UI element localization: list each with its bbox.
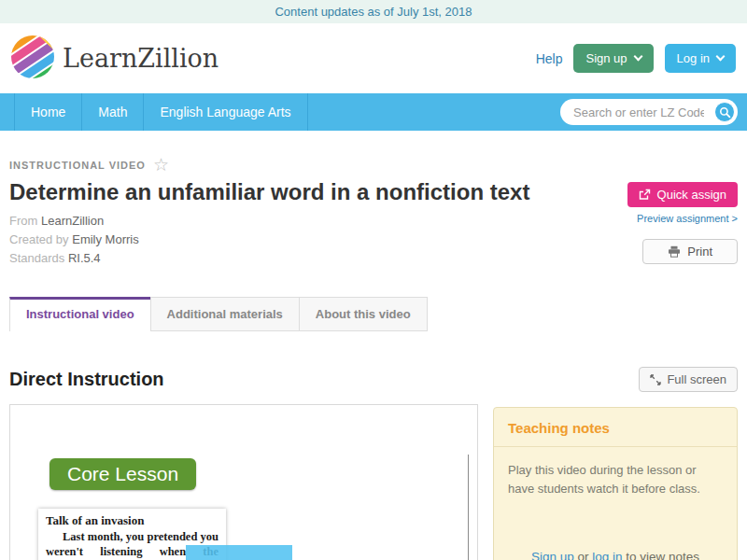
search-icon <box>719 106 731 119</box>
chevron-down-icon <box>633 52 642 62</box>
meta-from-value: LearnZillion <box>41 214 104 228</box>
nav-item-home[interactable]: Home <box>14 93 81 131</box>
preview-assignment-link[interactable]: Preview assignment > <box>598 213 738 224</box>
page-content: INSTRUCTIONAL VIDEO ☆ Determine an unfam… <box>0 131 747 560</box>
banner-text: Content updates as of July 1st, 2018 <box>275 5 472 19</box>
meta-from-label: From <box>9 214 37 228</box>
notes-suffix-text: to view notes <box>623 550 700 560</box>
fullscreen-label: Full screen <box>667 372 726 386</box>
signup-label: Sign up <box>585 51 627 65</box>
meta-standards-label: Standards <box>9 251 64 265</box>
fullscreen-button[interactable]: Full screen <box>639 367 738 392</box>
notes-or-text: or <box>574 550 593 560</box>
section-head: Direct Instruction Full screen <box>9 367 738 392</box>
section-title: Direct Instruction <box>9 369 164 390</box>
brand-wordmark: LearnZillion <box>63 44 218 73</box>
video-player[interactable]: Core Lesson Talk of an invasion Last mon… <box>9 404 478 560</box>
nav-item-math[interactable]: Math <box>81 93 143 131</box>
print-button[interactable]: Print <box>642 239 738 264</box>
teaching-notes-footer: Sign up or log in to view notes <box>494 550 737 560</box>
printer-icon <box>668 245 681 258</box>
tab-bar: Instructional video Additional materials… <box>9 297 738 331</box>
excerpt-heading: Talk of an invasion <box>46 513 218 529</box>
slide-divider-line <box>468 455 469 560</box>
search-container <box>560 99 738 125</box>
teaching-notes-title: Teaching notes <box>494 408 737 447</box>
login-button[interactable]: Log in <box>665 44 736 73</box>
meta-author-label: Created by <box>9 232 69 246</box>
nav-item-ela[interactable]: English Language Arts <box>143 93 307 131</box>
signup-button[interactable]: Sign up <box>573 44 653 73</box>
quick-assign-button[interactable]: Quick assign <box>627 182 738 207</box>
tab-additional-materials[interactable]: Additional materials <box>150 297 300 331</box>
quick-assign-label: Quick assign <box>657 188 726 202</box>
learnzillion-logo-icon <box>11 35 54 82</box>
site-header: LearnZillion Help Sign up Log in <box>0 23 747 93</box>
teaching-notes-panel: Teaching notes Play this video during th… <box>493 407 738 560</box>
help-link[interactable]: Help <box>536 51 563 66</box>
print-label: Print <box>687 245 712 259</box>
search-input[interactable] <box>560 99 738 125</box>
login-label: Log in <box>677 51 710 65</box>
meta-standards-value[interactable]: RI.5.4 <box>68 251 101 265</box>
main-nav: Home Math English Language Arts <box>0 93 747 131</box>
notes-signup-link[interactable]: Sign up <box>531 550 574 560</box>
favorite-star-icon[interactable]: ☆ <box>153 156 169 174</box>
content-update-banner: Content updates as of July 1st, 2018 <box>0 0 747 23</box>
page-head: INSTRUCTIONAL VIDEO ☆ Determine an unfam… <box>9 131 738 265</box>
resource-type-label: INSTRUCTIONAL VIDEO <box>9 160 146 171</box>
teaching-notes-body: Play this video during the lesson or hav… <box>494 447 737 497</box>
brand-home-link[interactable]: LearnZillion <box>11 35 218 82</box>
video-annotation-overlay <box>186 545 292 560</box>
expand-icon <box>650 374 661 385</box>
core-lesson-badge: Core Lesson <box>49 458 196 490</box>
meta-author-value: Emily Morris <box>72 232 139 246</box>
resource-actions: Quick assign Preview assignment > Print <box>598 182 738 264</box>
header-actions: Help Sign up Log in <box>536 44 736 73</box>
search-button[interactable] <box>714 102 735 122</box>
tab-about-this-video[interactable]: About this video <box>299 297 428 331</box>
notes-login-link[interactable]: log in <box>592 550 622 560</box>
content-row: Core Lesson Talk of an invasion Last mon… <box>9 404 738 560</box>
tab-instructional-video[interactable]: Instructional video <box>9 297 151 331</box>
share-icon <box>639 189 651 201</box>
chevron-down-icon <box>716 52 726 62</box>
